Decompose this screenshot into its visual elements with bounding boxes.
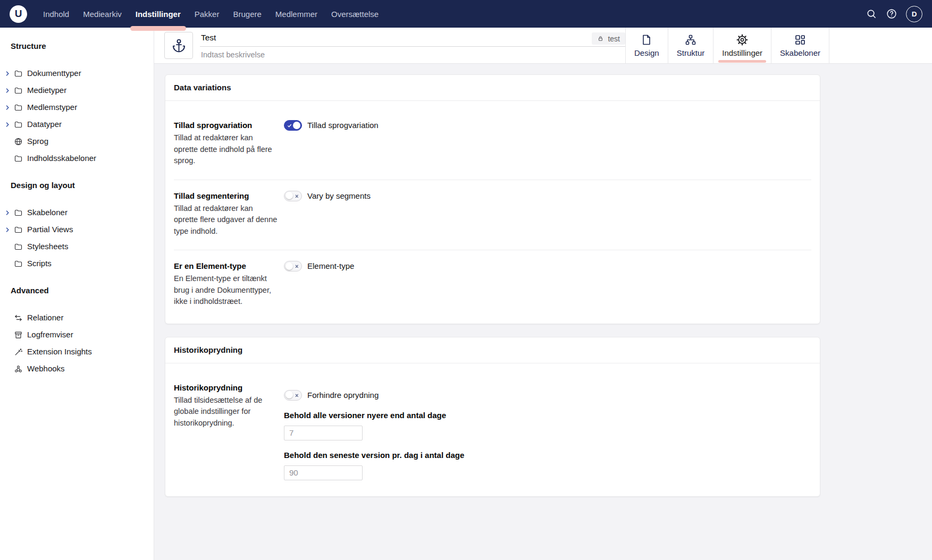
toggle-knob: [286, 391, 293, 398]
property-row: Tillad sprogvariationTillad at redaktøre…: [174, 109, 811, 180]
property-label: Tillad sprogvariation: [174, 120, 278, 131]
sidebar-item-dokumenttyper[interactable]: Dokumenttyper: [0, 65, 154, 82]
sidebar-item-sprog[interactable]: Sprog: [0, 133, 154, 150]
chevron-right-icon[interactable]: [4, 71, 11, 77]
property-row: Tillad segmenteringTillad at redaktører …: [174, 180, 811, 251]
property-info: HistorikoprydningTillad tilsidesættelse …: [174, 383, 284, 480]
nav-item-label: Pakker: [195, 10, 220, 19]
tab-design[interactable]: Design: [625, 28, 668, 63]
document-icon: [640, 33, 653, 46]
property-editor: Tillad sprogvariation: [284, 120, 811, 167]
nav-item-mediearkiv[interactable]: Mediearkiv: [76, 0, 129, 28]
sidebar-item-datatyper[interactable]: Datatyper: [0, 116, 154, 133]
description-input[interactable]: [200, 47, 625, 59]
chevron-right-icon[interactable]: [4, 227, 11, 233]
toggle-label: Vary by segments: [307, 191, 371, 201]
field-input-behold-den-seneste-version-pr-dag-i-antal-dage[interactable]: [284, 465, 363, 480]
sidebar-item-indholdsskabeloner[interactable]: Indholdsskabeloner: [0, 150, 154, 167]
nav-item-label: Indhold: [43, 10, 69, 19]
grid-icon: [794, 33, 807, 46]
chevron-right-icon: [4, 139, 11, 145]
avatar[interactable]: D: [906, 6, 922, 22]
toggle-row: Tillad sprogvariation: [284, 120, 811, 131]
main-area: test DesignStrukturIndstillingerSkabelon…: [154, 28, 932, 560]
tab-indstillinger[interactable]: Indstillinger: [713, 28, 771, 63]
folder-icon: [14, 103, 23, 112]
name-column: test: [200, 32, 625, 59]
sidebar-section-heading: Advanced: [0, 285, 154, 296]
sidebar-section-heading: Structure: [0, 41, 154, 52]
sidebar-item-label: Partial Views: [27, 224, 73, 235]
sidebar-item-medlemstyper[interactable]: Medlemstyper: [0, 99, 154, 116]
toggle-tillad-sprogvariation[interactable]: [284, 120, 302, 131]
umbraco-logo-letter: U: [15, 8, 22, 20]
sidebar-item-skabeloner[interactable]: Skabeloner: [0, 204, 154, 221]
anchor-icon: [172, 38, 186, 53]
nav-item-indstillinger[interactable]: Indstillinger: [129, 0, 188, 28]
document-type-icon-button[interactable]: [164, 32, 193, 59]
sidebar-item-label: Extension Insights: [27, 346, 92, 357]
tab-struktur[interactable]: Struktur: [668, 28, 713, 63]
property-description: En Element-type er tiltænkt brug i andre…: [174, 273, 278, 308]
sidebar-item-scripts[interactable]: Scripts: [0, 255, 154, 272]
sidebar-item-label: Webhooks: [27, 363, 65, 374]
nav-item-indhold[interactable]: Indhold: [36, 0, 76, 28]
wand-icon: [14, 347, 23, 357]
property-label: Tillad segmentering: [174, 191, 278, 201]
folder-icon: [14, 86, 23, 95]
number-field: Behold den seneste version pr. dag i ant…: [284, 450, 811, 480]
toggle-element-type[interactable]: [284, 261, 302, 271]
nav-item-label: Brugere: [233, 10, 261, 19]
sidebar-section-heading: Design og layout: [0, 180, 154, 191]
card-historikoprydning: HistorikoprydningHistorikoprydningTillad…: [165, 337, 820, 497]
property-label: Er en Element-type: [174, 261, 278, 271]
umbraco-logo[interactable]: U: [10, 5, 27, 23]
sidebar-item-logfremviser[interactable]: Logfremviser: [0, 326, 154, 343]
sidebar-item-medietyper[interactable]: Medietyper: [0, 82, 154, 99]
toggle-vary-by-segments[interactable]: [284, 191, 302, 201]
primary-nav: IndholdMediearkivIndstillingerPakkerBrug…: [36, 0, 385, 28]
tab-label: Indstillinger: [722, 48, 762, 57]
sidebar-item-webhooks[interactable]: Webhooks: [0, 360, 154, 377]
nav-item-pakker[interactable]: Pakker: [188, 0, 226, 28]
card-title: Historikoprydning: [174, 345, 811, 355]
property-description: Tillad tilsidesættelse af de globale ind…: [174, 395, 278, 429]
tab-label: Struktur: [677, 48, 705, 57]
nav-item-label: Medlemmer: [275, 10, 317, 19]
toggle-forhindre-oprydning[interactable]: [284, 390, 302, 401]
help-icon[interactable]: [886, 8, 897, 20]
sidebar-item-label: Dokumenttyper: [27, 68, 81, 79]
tab-label: Design: [634, 48, 659, 57]
card-data-variations: Data variationsTillad sprogvariationTill…: [165, 74, 820, 324]
property-description: Tillad at redaktører kan oprette dette i…: [174, 132, 278, 167]
sidebar-item-extension-insights[interactable]: Extension Insights: [0, 343, 154, 360]
chevron-right-icon[interactable]: [4, 122, 11, 128]
sidebar-item-relationer[interactable]: Relationer: [0, 309, 154, 326]
alias-lock-button[interactable]: test: [592, 32, 625, 45]
sidebar-item-label: Logfremviser: [27, 329, 73, 340]
tab-skabeloner[interactable]: Skabeloner: [771, 28, 829, 63]
property-editor: Forhindre oprydningBehold alle versioner…: [284, 383, 811, 480]
chevron-right-icon[interactable]: [4, 210, 11, 216]
nav-item-overs-ttelse[interactable]: Oversættelse: [324, 0, 385, 28]
nav-item-brugere[interactable]: Brugere: [226, 0, 268, 28]
search-icon[interactable]: [866, 8, 877, 20]
folder-icon: [14, 154, 23, 163]
name-row: test: [200, 32, 625, 47]
name-input[interactable]: [200, 32, 592, 46]
top-bar: U IndholdMediearkivIndstillingerPakkerBr…: [0, 0, 932, 28]
property-info: Tillad sprogvariationTillad at redaktøre…: [174, 120, 284, 167]
chevron-right-icon[interactable]: [4, 105, 11, 111]
chevron-right-icon: [4, 261, 11, 267]
tab-label: Skabeloner: [780, 48, 820, 57]
field-input-behold-alle-versioner-nyere-end-antal-dage[interactable]: [284, 426, 363, 440]
sidebar-item-label: Indholdsskabeloner: [27, 153, 96, 164]
chevron-right-icon: [4, 366, 11, 372]
sidebar-item-label: Skabeloner: [27, 207, 68, 218]
sidebar-item-partial-views[interactable]: Partial Views: [0, 221, 154, 238]
property-info: Tillad segmenteringTillad at redaktører …: [174, 191, 284, 237]
sidebar-item-stylesheets[interactable]: Stylesheets: [0, 238, 154, 255]
sidebar: StructureDokumenttyperMedietyperMedlemst…: [0, 28, 154, 560]
chevron-right-icon[interactable]: [4, 88, 11, 94]
nav-item-medlemmer[interactable]: Medlemmer: [268, 0, 324, 28]
